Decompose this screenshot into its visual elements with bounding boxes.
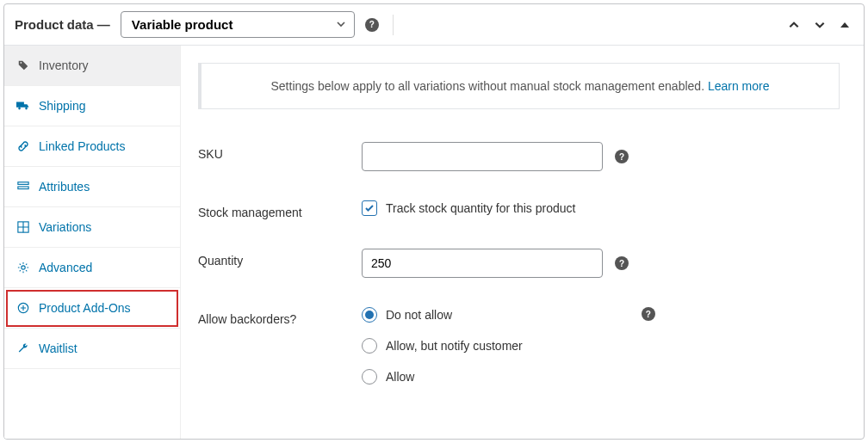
truck-icon [16, 99, 30, 113]
link-icon [16, 139, 30, 153]
backorders-label: Allow backorders? [198, 307, 353, 326]
radio-label: Allow, but notify customer [386, 339, 523, 353]
svg-rect-1 [18, 187, 28, 189]
backorder-option-no[interactable]: Do not allow [362, 307, 523, 323]
panel-header: Product data — Variable product ? [4, 4, 864, 46]
product-data-panel: Product data — Variable product ? [3, 3, 865, 440]
backorders-row: Allow backorders? Do not allow Allow, bu… [191, 298, 846, 405]
tag-icon [16, 58, 30, 72]
tab-shipping[interactable]: Shipping [4, 86, 180, 126]
panel-body: Inventory Shipping Linked Products Attri… [4, 46, 864, 439]
tab-label: Variations [39, 220, 91, 234]
svg-rect-0 [18, 182, 28, 185]
divider [393, 15, 394, 35]
grid-icon [16, 220, 30, 234]
svg-point-5 [22, 266, 25, 269]
tab-waitlist[interactable]: Waitlist [4, 329, 180, 369]
chevron-down-icon[interactable] [810, 15, 829, 34]
tab-label: Inventory [39, 58, 89, 72]
backorders-radios: Do not allow Allow, but notify customer … [362, 307, 523, 385]
info-notice: Settings below apply to all variations w… [198, 63, 840, 109]
help-icon[interactable]: ? [615, 256, 629, 270]
header-controls [784, 15, 853, 34]
wrench-icon [16, 341, 30, 355]
radio-icon [362, 369, 377, 385]
chevron-up-icon[interactable] [784, 15, 803, 34]
tab-variations[interactable]: Variations [4, 207, 180, 248]
quantity-input[interactable] [362, 249, 603, 278]
tabs-sidebar: Inventory Shipping Linked Products Attri… [4, 46, 181, 439]
quantity-label: Quantity [198, 249, 353, 268]
radio-icon [362, 338, 377, 354]
tab-linked-products[interactable]: Linked Products [4, 126, 180, 167]
tab-label: Shipping [39, 99, 86, 113]
backorder-option-notify[interactable]: Allow, but notify customer [362, 338, 523, 354]
product-type-select[interactable]: Variable product [121, 11, 355, 38]
tab-label: Linked Products [39, 139, 125, 153]
help-icon[interactable]: ? [642, 307, 655, 321]
tab-label: Waitlist [39, 341, 78, 355]
tab-label: Product Add-Ons [39, 301, 131, 315]
plus-circle-icon [16, 301, 30, 315]
track-stock-checkbox[interactable] [362, 200, 377, 216]
sku-row: SKU ? [191, 133, 846, 192]
tab-attributes[interactable]: Attributes [4, 167, 180, 207]
gear-icon [16, 261, 30, 274]
sku-input[interactable] [362, 142, 603, 171]
help-icon[interactable]: ? [615, 150, 629, 163]
quantity-row: Quantity ? [191, 240, 846, 298]
notice-text: Settings below apply to all variations w… [271, 79, 705, 93]
tab-advanced[interactable]: Advanced [4, 248, 180, 288]
tab-label: Attributes [39, 180, 90, 194]
stock-management-row: Stock management Track stock quantity fo… [191, 192, 846, 240]
tab-label: Advanced [39, 261, 92, 274]
radio-label: Do not allow [386, 308, 452, 322]
sku-label: SKU [198, 142, 353, 161]
tab-inventory[interactable]: Inventory [4, 46, 180, 86]
stock-management-label: Stock management [198, 200, 353, 219]
help-icon[interactable]: ? [365, 18, 379, 32]
collapse-icon[interactable] [836, 16, 853, 34]
list-icon [16, 180, 30, 194]
learn-more-link[interactable]: Learn more [708, 79, 770, 93]
radio-icon [362, 307, 377, 323]
tab-product-add-ons[interactable]: Product Add-Ons [4, 288, 180, 329]
product-type-select-wrap: Variable product [121, 11, 355, 38]
radio-label: Allow [386, 370, 414, 384]
track-stock-label: Track stock quantity for this product [386, 201, 575, 215]
panel-title: Product data — [15, 17, 110, 32]
tab-content: Settings below apply to all variations w… [181, 46, 864, 439]
track-stock-checkbox-wrap[interactable]: Track stock quantity for this product [362, 200, 575, 216]
backorder-option-yes[interactable]: Allow [362, 369, 523, 385]
